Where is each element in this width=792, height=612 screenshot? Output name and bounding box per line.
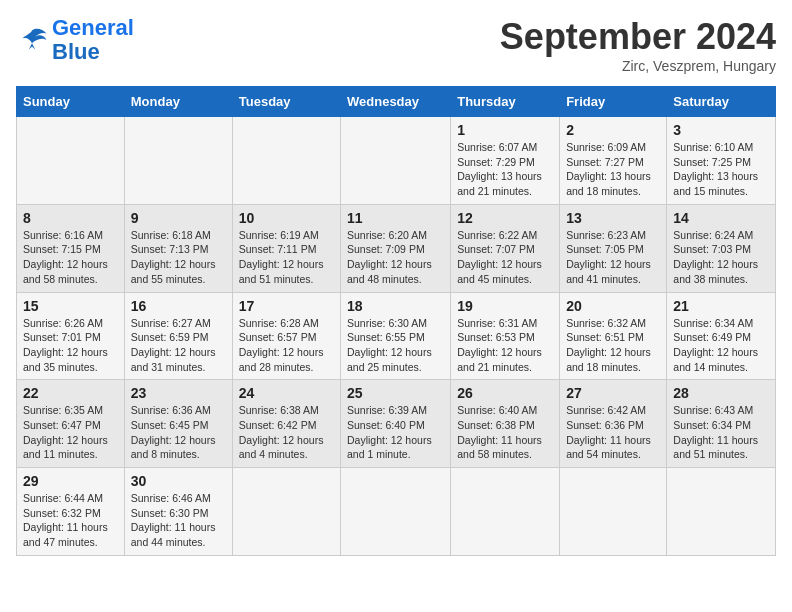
col-saturday: Saturday bbox=[667, 87, 776, 117]
day-info: Sunrise: 6:39 AMSunset: 6:40 PMDaylight:… bbox=[347, 403, 444, 462]
col-wednesday: Wednesday bbox=[341, 87, 451, 117]
day-info: Sunrise: 6:26 AMSunset: 7:01 PMDaylight:… bbox=[23, 316, 118, 375]
day-info: Sunrise: 6:35 AMSunset: 6:47 PMDaylight:… bbox=[23, 403, 118, 462]
table-row: 21Sunrise: 6:34 AMSunset: 6:49 PMDayligh… bbox=[667, 292, 776, 380]
logo-icon bbox=[16, 26, 48, 54]
day-number: 22 bbox=[23, 385, 118, 401]
table-row bbox=[341, 117, 451, 205]
col-friday: Friday bbox=[560, 87, 667, 117]
table-row: 22Sunrise: 6:35 AMSunset: 6:47 PMDayligh… bbox=[17, 380, 125, 468]
col-thursday: Thursday bbox=[451, 87, 560, 117]
day-number: 14 bbox=[673, 210, 769, 226]
day-info: Sunrise: 6:36 AMSunset: 6:45 PMDaylight:… bbox=[131, 403, 226, 462]
day-info: Sunrise: 6:24 AMSunset: 7:03 PMDaylight:… bbox=[673, 228, 769, 287]
table-row: 26Sunrise: 6:40 AMSunset: 6:38 PMDayligh… bbox=[451, 380, 560, 468]
day-info: Sunrise: 6:10 AMSunset: 7:25 PMDaylight:… bbox=[673, 140, 769, 199]
day-number: 8 bbox=[23, 210, 118, 226]
col-sunday: Sunday bbox=[17, 87, 125, 117]
calendar-row: 8Sunrise: 6:16 AMSunset: 7:15 PMDaylight… bbox=[17, 204, 776, 292]
day-number: 18 bbox=[347, 298, 444, 314]
table-row: 13Sunrise: 6:23 AMSunset: 7:05 PMDayligh… bbox=[560, 204, 667, 292]
table-row: 18Sunrise: 6:30 AMSunset: 6:55 PMDayligh… bbox=[341, 292, 451, 380]
day-number: 10 bbox=[239, 210, 334, 226]
calendar-row: 22Sunrise: 6:35 AMSunset: 6:47 PMDayligh… bbox=[17, 380, 776, 468]
table-row bbox=[232, 468, 340, 556]
calendar-table: Sunday Monday Tuesday Wednesday Thursday… bbox=[16, 86, 776, 556]
day-number: 12 bbox=[457, 210, 553, 226]
table-row bbox=[341, 468, 451, 556]
day-number: 20 bbox=[566, 298, 660, 314]
table-row: 8Sunrise: 6:16 AMSunset: 7:15 PMDaylight… bbox=[17, 204, 125, 292]
table-row bbox=[17, 117, 125, 205]
day-info: Sunrise: 6:42 AMSunset: 6:36 PMDaylight:… bbox=[566, 403, 660, 462]
table-row: 25Sunrise: 6:39 AMSunset: 6:40 PMDayligh… bbox=[341, 380, 451, 468]
day-info: Sunrise: 6:18 AMSunset: 7:13 PMDaylight:… bbox=[131, 228, 226, 287]
calendar-row: 1Sunrise: 6:07 AMSunset: 7:29 PMDaylight… bbox=[17, 117, 776, 205]
table-row bbox=[667, 468, 776, 556]
day-info: Sunrise: 6:30 AMSunset: 6:55 PMDaylight:… bbox=[347, 316, 444, 375]
day-info: Sunrise: 6:43 AMSunset: 6:34 PMDaylight:… bbox=[673, 403, 769, 462]
day-number: 23 bbox=[131, 385, 226, 401]
calendar-row: 29Sunrise: 6:44 AMSunset: 6:32 PMDayligh… bbox=[17, 468, 776, 556]
table-row: 14Sunrise: 6:24 AMSunset: 7:03 PMDayligh… bbox=[667, 204, 776, 292]
table-row: 9Sunrise: 6:18 AMSunset: 7:13 PMDaylight… bbox=[124, 204, 232, 292]
table-row bbox=[232, 117, 340, 205]
logo: GeneralBlue bbox=[16, 16, 134, 64]
day-info: Sunrise: 6:31 AMSunset: 6:53 PMDaylight:… bbox=[457, 316, 553, 375]
table-row: 20Sunrise: 6:32 AMSunset: 6:51 PMDayligh… bbox=[560, 292, 667, 380]
day-info: Sunrise: 6:38 AMSunset: 6:42 PMDaylight:… bbox=[239, 403, 334, 462]
day-number: 16 bbox=[131, 298, 226, 314]
logo-text: GeneralBlue bbox=[52, 16, 134, 64]
table-row: 11Sunrise: 6:20 AMSunset: 7:09 PMDayligh… bbox=[341, 204, 451, 292]
table-row: 29Sunrise: 6:44 AMSunset: 6:32 PMDayligh… bbox=[17, 468, 125, 556]
day-number: 11 bbox=[347, 210, 444, 226]
day-number: 15 bbox=[23, 298, 118, 314]
table-row: 23Sunrise: 6:36 AMSunset: 6:45 PMDayligh… bbox=[124, 380, 232, 468]
table-row: 27Sunrise: 6:42 AMSunset: 6:36 PMDayligh… bbox=[560, 380, 667, 468]
col-monday: Monday bbox=[124, 87, 232, 117]
table-row: 28Sunrise: 6:43 AMSunset: 6:34 PMDayligh… bbox=[667, 380, 776, 468]
day-number: 3 bbox=[673, 122, 769, 138]
day-info: Sunrise: 6:16 AMSunset: 7:15 PMDaylight:… bbox=[23, 228, 118, 287]
table-row: 16Sunrise: 6:27 AMSunset: 6:59 PMDayligh… bbox=[124, 292, 232, 380]
day-number: 13 bbox=[566, 210, 660, 226]
day-number: 24 bbox=[239, 385, 334, 401]
day-number: 29 bbox=[23, 473, 118, 489]
day-number: 25 bbox=[347, 385, 444, 401]
day-info: Sunrise: 6:23 AMSunset: 7:05 PMDaylight:… bbox=[566, 228, 660, 287]
day-number: 30 bbox=[131, 473, 226, 489]
day-info: Sunrise: 6:22 AMSunset: 7:07 PMDaylight:… bbox=[457, 228, 553, 287]
table-row: 3Sunrise: 6:10 AMSunset: 7:25 PMDaylight… bbox=[667, 117, 776, 205]
table-row: 24Sunrise: 6:38 AMSunset: 6:42 PMDayligh… bbox=[232, 380, 340, 468]
day-info: Sunrise: 6:07 AMSunset: 7:29 PMDaylight:… bbox=[457, 140, 553, 199]
table-row: 15Sunrise: 6:26 AMSunset: 7:01 PMDayligh… bbox=[17, 292, 125, 380]
day-number: 21 bbox=[673, 298, 769, 314]
day-info: Sunrise: 6:20 AMSunset: 7:09 PMDaylight:… bbox=[347, 228, 444, 287]
table-row: 10Sunrise: 6:19 AMSunset: 7:11 PMDayligh… bbox=[232, 204, 340, 292]
day-info: Sunrise: 6:19 AMSunset: 7:11 PMDaylight:… bbox=[239, 228, 334, 287]
day-number: 27 bbox=[566, 385, 660, 401]
col-tuesday: Tuesday bbox=[232, 87, 340, 117]
page-header: GeneralBlue September 2024 Zirc, Veszpre… bbox=[16, 16, 776, 74]
table-row: 19Sunrise: 6:31 AMSunset: 6:53 PMDayligh… bbox=[451, 292, 560, 380]
table-row: 17Sunrise: 6:28 AMSunset: 6:57 PMDayligh… bbox=[232, 292, 340, 380]
day-info: Sunrise: 6:34 AMSunset: 6:49 PMDaylight:… bbox=[673, 316, 769, 375]
day-info: Sunrise: 6:46 AMSunset: 6:30 PMDaylight:… bbox=[131, 491, 226, 550]
day-number: 26 bbox=[457, 385, 553, 401]
day-number: 1 bbox=[457, 122, 553, 138]
table-row bbox=[124, 117, 232, 205]
month-title: September 2024 bbox=[500, 16, 776, 58]
location-subtitle: Zirc, Veszprem, Hungary bbox=[500, 58, 776, 74]
day-info: Sunrise: 6:28 AMSunset: 6:57 PMDaylight:… bbox=[239, 316, 334, 375]
day-number: 17 bbox=[239, 298, 334, 314]
table-row: 12Sunrise: 6:22 AMSunset: 7:07 PMDayligh… bbox=[451, 204, 560, 292]
calendar-row: 15Sunrise: 6:26 AMSunset: 7:01 PMDayligh… bbox=[17, 292, 776, 380]
day-info: Sunrise: 6:09 AMSunset: 7:27 PMDaylight:… bbox=[566, 140, 660, 199]
table-row: 1Sunrise: 6:07 AMSunset: 7:29 PMDaylight… bbox=[451, 117, 560, 205]
day-number: 28 bbox=[673, 385, 769, 401]
table-row: 30Sunrise: 6:46 AMSunset: 6:30 PMDayligh… bbox=[124, 468, 232, 556]
day-info: Sunrise: 6:40 AMSunset: 6:38 PMDaylight:… bbox=[457, 403, 553, 462]
calendar-header-row: Sunday Monday Tuesday Wednesday Thursday… bbox=[17, 87, 776, 117]
title-block: September 2024 Zirc, Veszprem, Hungary bbox=[500, 16, 776, 74]
day-info: Sunrise: 6:27 AMSunset: 6:59 PMDaylight:… bbox=[131, 316, 226, 375]
